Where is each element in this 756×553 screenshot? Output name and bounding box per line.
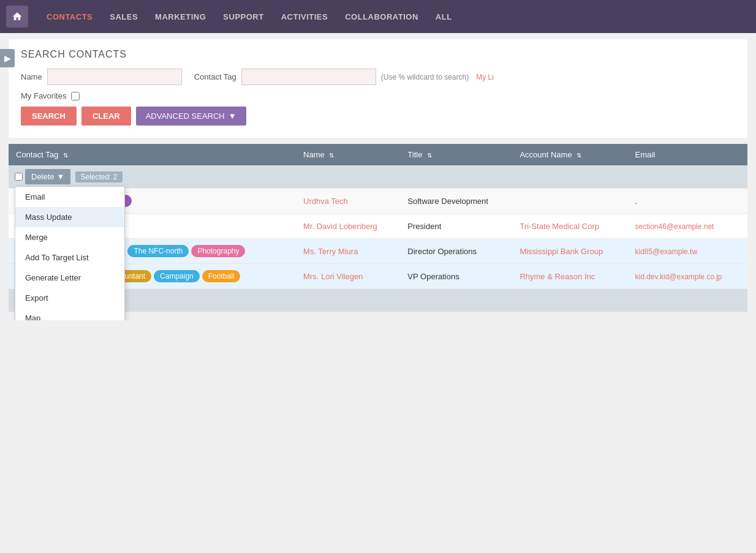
nav-contacts[interactable]: CONTACTS [38,12,101,21]
name-label: Name [21,72,42,81]
advanced-search-label: ADVANCED SEARCH [146,111,225,121]
my-favorites-checkbox[interactable] [71,92,80,100]
row3-email-link[interactable]: kid85@example.tw [635,247,698,256]
select-all-wrap: Delete ▼ [15,169,70,184]
row3-account-link[interactable]: Mississippi Bank Group [520,247,603,256]
row1-name-cell: Urdhva Tech [296,189,400,214]
my-favorites-field: My Favorites [21,91,80,100]
delete-dropdown-button[interactable]: Delete ▼ [25,169,70,184]
nav-support[interactable]: SUPPORT [214,12,272,21]
row2-account-link[interactable]: Tri-State Medical Corp [520,222,599,231]
search-row-favorites: My Favorites [21,91,735,100]
action-dropdown-menu: Email Mass Update Merge Add To Target Li… [15,186,125,320]
row3-account-cell: Mississippi Bank Group [512,239,627,264]
sort-contact-tag-icon[interactable]: ⇅ [63,152,68,159]
row1-title-cell: Software Development [400,189,512,214]
row2-email-cell: section46@example.net [628,214,747,239]
action-bar: Delete ▼ Selected: 2 Email Mass Update M… [9,165,747,188]
row4-email-link[interactable]: kid.dev.kid@example.co.jp [635,273,722,281]
nav-marketing[interactable]: MARKETING [146,12,214,21]
sort-name-icon[interactable]: ⇅ [329,152,334,159]
my-favorites-label: My Favorites [21,91,66,100]
sort-account-icon[interactable]: ⇅ [576,152,581,159]
my-li-link[interactable]: My Li [476,73,494,81]
sidebar-toggle[interactable]: ▶ [0,49,15,67]
row1-email-cell: . [628,189,747,214]
nav-sales[interactable]: SALES [101,12,146,21]
col-contact-tag[interactable]: Contact Tag ⇅ [9,144,296,165]
search-row-main: Name Contact Tag (Use % wildcard to sear… [21,69,735,85]
contacts-table-container: Contact Tag ⇅ Name ⇅ Title ⇅ Account Nam… [9,144,747,312]
advanced-search-chevron: ▼ [229,111,236,121]
menu-item-gen-letter[interactable]: Generate Letter [15,268,124,288]
row2-title-cell: President [400,214,512,239]
tag-photography-row3[interactable]: Photography [191,245,245,257]
row2-name-link[interactable]: Mr. David Lobenberg [303,222,377,231]
row3-title-cell: Director Operations [400,239,512,264]
row4-name-link[interactable]: Mrs. Lori Vilegen [303,272,363,281]
row4-account-link[interactable]: Rhyme & Reason Inc [520,272,595,281]
col-account-name[interactable]: Account Name ⇅ [512,144,627,165]
delete-label: Delete [31,172,55,181]
row1-name-link[interactable]: Urdhva Tech [303,197,348,206]
row2-name-cell: Mr. David Lobenberg [296,214,400,239]
row3-name-cell: Ms. Terry Miura [296,239,400,264]
advanced-search-button[interactable]: ADVANCED SEARCH ▼ [136,107,246,126]
col-email: Email [628,144,747,165]
nav-activities[interactable]: ACTIVITIES [273,12,337,21]
row1-account-cell [512,189,627,214]
tag-nfc-north-row3[interactable]: The NFC-north [127,245,189,257]
search-title: SEARCH CONTACTS [21,49,735,60]
menu-item-map[interactable]: Map [15,308,124,320]
action-bar-row: Delete ▼ Selected: 2 Email Mass Update M… [9,165,747,189]
menu-item-export[interactable]: Export [15,288,124,308]
select-all-checkbox[interactable] [15,173,23,181]
clear-button[interactable]: CLEAR [81,107,131,126]
contact-tag-field: Contact Tag (Use % wildcard to search) M… [194,69,494,85]
name-field: Name [21,69,182,85]
home-icon[interactable] [6,6,28,28]
selected-badge: Selected: 2 [75,171,122,182]
contact-tag-input[interactable] [241,69,376,85]
table-header-row: Contact Tag ⇅ Name ⇅ Title ⇅ Account Nam… [9,144,747,165]
name-input[interactable] [47,69,182,85]
menu-item-mass-update[interactable]: Mass Update [15,207,124,227]
nav-all[interactable]: ALL [427,12,461,21]
contact-tag-label: Contact Tag [194,72,236,81]
top-navigation: CONTACTS SALES MARKETING SUPPORT ACTIVIT… [0,0,756,33]
menu-item-add-target[interactable]: Add To Target List [15,247,124,268]
menu-item-email[interactable]: Email [15,187,124,207]
search-panel: SEARCH CONTACTS Name Contact Tag (Use % … [9,39,747,138]
row2-email-link[interactable]: section46@example.net [635,222,714,231]
tag-campaign-row4[interactable]: Campaign [154,270,200,282]
contacts-table: Contact Tag ⇅ Name ⇅ Title ⇅ Account Nam… [9,144,747,289]
row4-account-cell: Rhyme & Reason Inc [512,264,627,289]
delete-chevron-icon: ▼ [57,172,65,181]
search-buttons: SEARCH CLEAR ADVANCED SEARCH ▼ [21,107,735,126]
tag-football2-row4[interactable]: Football [202,270,241,282]
menu-item-merge[interactable]: Merge [15,227,124,247]
row4-title-cell: VP Operations [400,264,512,289]
row4-email-cell: kid.dev.kid@example.co.jp [628,264,747,289]
tag-hint: (Use % wildcard to search) [381,73,469,81]
sort-title-icon[interactable]: ⇅ [427,152,432,159]
col-name[interactable]: Name ⇅ [296,144,400,165]
search-button[interactable]: SEARCH [21,107,77,126]
nav-collaboration[interactable]: COLLABORATION [336,12,427,21]
row3-name-link[interactable]: Ms. Terry Miura [303,247,358,256]
row4-name-cell: Mrs. Lori Vilegen [296,264,400,289]
row2-account-cell: Tri-State Medical Corp [512,214,627,239]
col-title[interactable]: Title ⇅ [400,144,512,165]
row3-email-cell: kid85@example.tw [628,239,747,264]
